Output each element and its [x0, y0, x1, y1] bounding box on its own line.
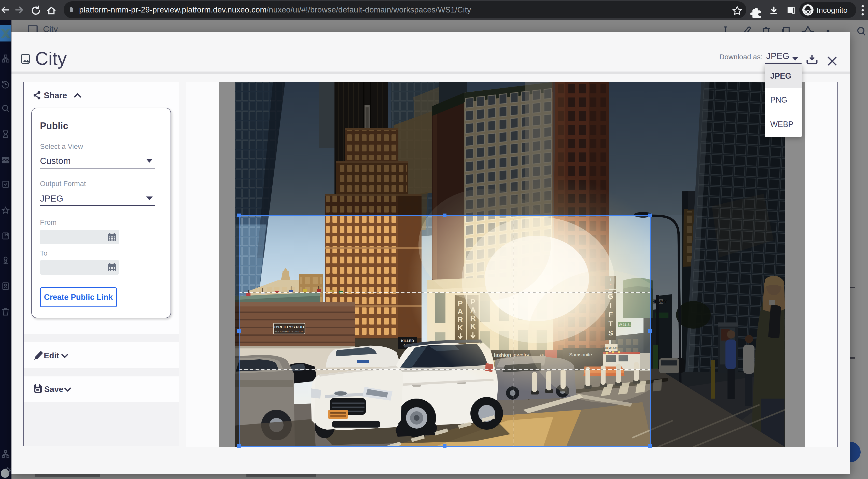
svg-text:Share: Share: [44, 91, 67, 100]
svg-text:Save: Save: [44, 385, 63, 394]
svg-text:O'REILLY'S PUB: O'REILLY'S PUB: [274, 325, 304, 329]
svg-text:Incognito: Incognito: [816, 6, 848, 14]
svg-text:Edit: Edit: [44, 351, 59, 360]
svg-text:KILLED: KILLED: [401, 339, 414, 343]
svg-text:ROOFTOP BAR + RESTAURANT: ROOFTOP BAR + RESTAURANT: [274, 330, 305, 333]
